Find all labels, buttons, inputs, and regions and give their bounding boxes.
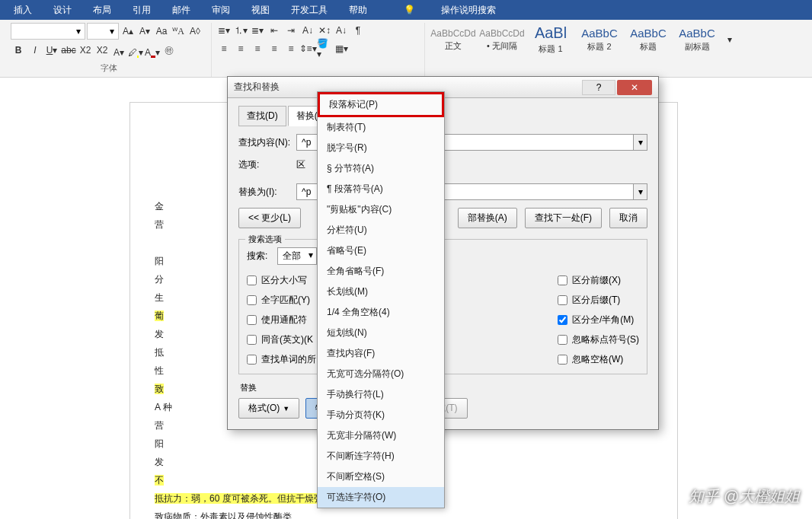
font-group: ▾ ▾ A▴ A▾ Aa ᵂA A◊ B I U▾ abc X2 X2 A▾ 🖊…	[6, 23, 212, 77]
whole-words-checkbox[interactable]: 全字匹配(Y)	[247, 294, 316, 307]
less-button[interactable]: << 更少(L)	[238, 208, 301, 228]
menu-clipboard-contents[interactable]: "剪贴板"内容(C)	[318, 199, 444, 220]
style-subtitle[interactable]: AaBbC副标题	[673, 25, 721, 54]
help-button[interactable]: ?	[582, 80, 615, 95]
menu-manual-page-break[interactable]: 手动分页符(K)	[318, 405, 444, 425]
style-normal[interactable]: AaBbCcDd正文	[430, 27, 477, 53]
menu-section-char[interactable]: § 分节符(A)	[318, 158, 444, 179]
tab-insert[interactable]: 插入	[3, 0, 43, 20]
style-heading-2[interactable]: AaBbC标题 2	[576, 25, 623, 54]
shrink-font-icon[interactable]: A▾	[137, 24, 152, 39]
find-all-word-forms-checkbox[interactable]: 查找单词的所	[247, 353, 316, 366]
styles-expand-icon[interactable]: ▾	[722, 32, 737, 47]
menu-nonbreaking-hyphen[interactable]: 不间断连字符(H)	[318, 446, 444, 466]
font-size-combo[interactable]: ▾	[87, 23, 119, 40]
menu-full-ellipsis[interactable]: 全角省略号(F)	[318, 261, 444, 282]
subscript-icon[interactable]: X2	[78, 43, 93, 58]
chevron-down-icon[interactable]: ▾	[633, 135, 647, 150]
menu-paragraph-mark[interactable]: 段落标记(P)	[318, 92, 444, 117]
align-left-icon[interactable]: ≡	[216, 41, 232, 56]
tab-design[interactable]: 设计	[43, 0, 82, 20]
style-heading-1[interactable]: AaBl标题 1	[527, 23, 574, 56]
line-spacing-icon[interactable]: ⇕≡▾	[300, 41, 315, 56]
menu-find-what-text[interactable]: 查找内容(F)	[318, 343, 444, 364]
chevron-down-icon[interactable]: ▾	[72, 26, 85, 37]
style-no-spacing[interactable]: AaBbCcDd• 无间隔	[478, 27, 526, 53]
cancel-button[interactable]: 取消	[609, 208, 647, 228]
menu-optional-hyphen[interactable]: 可选连字符(O)	[318, 487, 444, 508]
tab-review[interactable]: 审阅	[201, 0, 241, 20]
text-effects-icon[interactable]: A▾	[111, 43, 126, 58]
font-size-input[interactable]	[88, 26, 106, 37]
sounds-like-checkbox[interactable]: 同音(英文)(K	[247, 333, 316, 346]
phonetic-guide-icon[interactable]: ᵂA	[171, 24, 186, 39]
sort-icon[interactable]: A↓	[300, 23, 315, 38]
clear-formatting-icon[interactable]: A◊	[187, 24, 203, 39]
tell-me-search[interactable]: 💡操作说明搜索	[382, 0, 517, 20]
bold-icon[interactable]: B	[11, 43, 26, 58]
use-wildcards-checkbox[interactable]: 使用通配符	[247, 314, 316, 326]
menu-ellipsis[interactable]: 省略号(E)	[318, 240, 444, 261]
italic-icon[interactable]: I	[27, 43, 43, 58]
increase-indent-icon[interactable]: ⇥	[283, 23, 299, 38]
justify-icon[interactable]: ≡	[267, 41, 282, 56]
match-suffix-checkbox[interactable]: 区分后缀(T)	[558, 294, 639, 307]
format-button[interactable]: 格式(O)▼	[238, 398, 299, 419]
menu-column-break[interactable]: 分栏符(U)	[318, 220, 444, 240]
style-title[interactable]: AaBbC标题	[625, 25, 672, 54]
strikethrough-icon[interactable]: abc	[61, 43, 76, 58]
menu-em-dash[interactable]: 长划线(M)	[318, 282, 444, 302]
doc-line: 致病物质：外毒素以及侵蚀性酶类	[155, 508, 653, 519]
menu-caret-char[interactable]: 脱字号(R)	[318, 138, 444, 158]
special-format-menu: 段落标记(P) 制表符(T) 脱字号(R) § 分节符(A) ¶ 段落符号(A)…	[317, 91, 445, 508]
menu-no-width-non-break[interactable]: 无宽非分隔符(W)	[318, 425, 444, 446]
text-direction-icon[interactable]: ✕↕	[317, 23, 332, 38]
tab-view[interactable]: 视图	[241, 0, 280, 20]
underline-icon[interactable]: U▾	[44, 43, 59, 58]
tab-mailings[interactable]: 邮件	[161, 0, 201, 20]
close-button[interactable]: ✕	[617, 80, 652, 95]
menu-no-width-optional-break[interactable]: 无宽可选分隔符(O)	[318, 364, 444, 384]
menu-tab-char[interactable]: 制表符(T)	[318, 117, 444, 138]
menu-nonbreaking-space[interactable]: 不间断空格(S)	[318, 466, 444, 487]
bullets-icon[interactable]: ≣▾	[216, 23, 232, 38]
pilcrow-icon[interactable]: ¶	[350, 23, 366, 38]
tab-developer[interactable]: 开发工具	[280, 0, 338, 20]
ignore-punctuation-checkbox[interactable]: 忽略标点符号(S)	[558, 333, 639, 346]
match-case-checkbox[interactable]: 区分大小写	[247, 274, 316, 287]
menu-en-dash[interactable]: 短划线(N)	[318, 323, 444, 343]
grow-font-icon[interactable]: A▴	[120, 24, 136, 39]
font-family-input[interactable]	[11, 26, 72, 37]
match-half-full-width-checkbox[interactable]: 区分全/半角(M)	[558, 314, 639, 326]
search-direction-select[interactable]: 全部	[277, 247, 317, 265]
tab-help[interactable]: 帮助	[338, 0, 378, 20]
align-center-icon[interactable]: ≡	[233, 41, 248, 56]
borders-icon[interactable]: ▦▾	[334, 41, 349, 56]
tab-find[interactable]: 查找(D)	[238, 106, 286, 126]
find-what-label: 查找内容(N):	[238, 136, 296, 149]
chevron-down-icon[interactable]: ▾	[633, 184, 647, 199]
menu-paragraph-char[interactable]: ¶ 段落符号(A)	[318, 179, 444, 199]
enclose-chars-icon[interactable]: ㊕	[161, 43, 177, 58]
menu-quarter-em-space[interactable]: 1/4 全角空格(4)	[318, 302, 444, 323]
distributed-icon[interactable]: ≡	[283, 41, 299, 56]
find-next-button[interactable]: 查找下一处(F)	[525, 208, 602, 228]
change-case-icon[interactable]: Aa	[154, 24, 169, 39]
shading-icon[interactable]: 🪣▾	[317, 41, 332, 56]
multilevel-list-icon[interactable]: ≣▾	[250, 23, 265, 38]
align-right-icon[interactable]: ≡	[250, 41, 265, 56]
tab-layout[interactable]: 布局	[82, 0, 122, 20]
chevron-down-icon[interactable]: ▾	[106, 26, 118, 37]
font-family-combo[interactable]: ▾	[11, 23, 85, 40]
numbering-icon[interactable]: ⒈▾	[233, 23, 248, 38]
replace-all-button[interactable]: 部替换(A)	[458, 208, 517, 228]
match-prefix-checkbox[interactable]: 区分前缀(X)	[558, 274, 639, 287]
menu-manual-line-break[interactable]: 手动换行符(L)	[318, 384, 444, 405]
tab-references[interactable]: 引用	[122, 0, 161, 20]
font-color-icon[interactable]: A▾	[145, 43, 160, 58]
superscript-icon[interactable]: X2	[94, 43, 110, 58]
decrease-indent-icon[interactable]: ⇤	[267, 23, 282, 38]
show-hide-icon[interactable]: A↓	[334, 23, 349, 38]
highlight-color-icon[interactable]: 🖊▾	[128, 43, 143, 58]
ignore-whitespace-checkbox[interactable]: 忽略空格(W)	[558, 353, 639, 366]
